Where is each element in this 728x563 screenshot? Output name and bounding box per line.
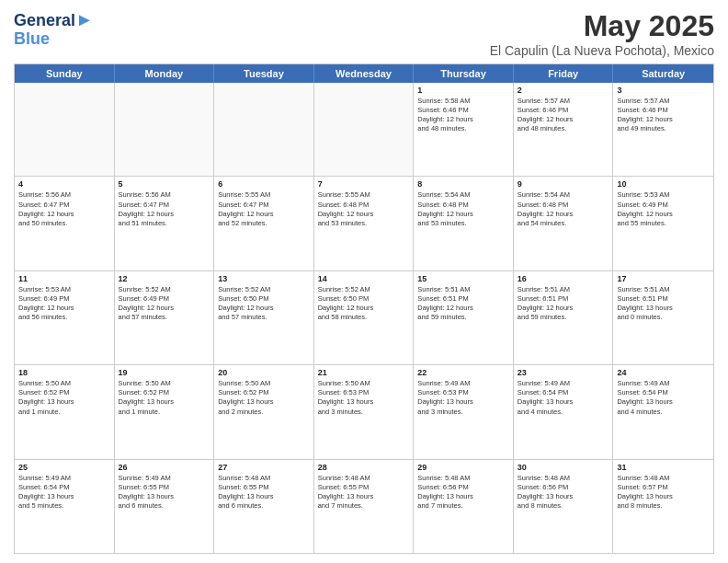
day-number: 4 (18, 179, 110, 189)
day-number: 21 (318, 368, 410, 377)
cal-cell-r3-c6: 24Sunrise: 5:49 AM Sunset: 6:54 PM Dayli… (613, 365, 713, 458)
cell-info: Sunrise: 5:57 AM Sunset: 6:46 PM Dayligh… (518, 97, 609, 134)
cell-info: Sunrise: 5:57 AM Sunset: 6:46 PM Dayligh… (617, 97, 710, 134)
logo-text2: Blue (14, 30, 94, 49)
header: General► Blue May 2025 El Capulin (La Nu… (14, 9, 714, 58)
cell-info: Sunrise: 5:48 AM Sunset: 6:56 PM Dayligh… (518, 474, 609, 511)
cal-cell-r4-c1: 26Sunrise: 5:49 AM Sunset: 6:55 PM Dayli… (115, 460, 215, 553)
cal-cell-r2-c4: 15Sunrise: 5:51 AM Sunset: 6:51 PM Dayli… (414, 271, 514, 364)
day-number: 7 (318, 179, 410, 189)
day-number: 5 (119, 179, 210, 189)
day-number: 10 (617, 179, 710, 189)
day-number: 19 (119, 368, 210, 377)
day-number: 1 (417, 86, 509, 95)
cell-info: Sunrise: 5:53 AM Sunset: 6:49 PM Dayligh… (617, 190, 710, 228)
cell-info: Sunrise: 5:55 AM Sunset: 6:47 PM Dayligh… (218, 190, 310, 228)
cal-cell-r1-c5: 9Sunrise: 5:54 AM Sunset: 6:48 PM Daylig… (514, 177, 614, 270)
day-number: 16 (518, 274, 609, 283)
cal-cell-r3-c2: 20Sunrise: 5:50 AM Sunset: 6:52 PM Dayli… (214, 365, 314, 458)
day-number: 26 (119, 463, 210, 472)
day-number: 8 (417, 179, 509, 189)
cell-info: Sunrise: 5:51 AM Sunset: 6:51 PM Dayligh… (417, 285, 509, 323)
cal-cell-r0-c3 (314, 83, 415, 176)
day-number: 9 (518, 179, 609, 189)
cell-info: Sunrise: 5:49 AM Sunset: 6:53 PM Dayligh… (417, 379, 509, 417)
day-number: 17 (617, 274, 710, 283)
cal-cell-r4-c6: 31Sunrise: 5:48 AM Sunset: 6:57 PM Dayli… (613, 460, 713, 553)
cal-cell-r3-c5: 23Sunrise: 5:49 AM Sunset: 6:54 PM Dayli… (514, 365, 614, 458)
cal-cell-r2-c3: 14Sunrise: 5:52 AM Sunset: 6:50 PM Dayli… (314, 271, 415, 364)
cal-cell-r1-c1: 5Sunrise: 5:56 AM Sunset: 6:47 PM Daylig… (115, 177, 215, 270)
subtitle: El Capulin (La Nueva Pochota), Mexico (490, 43, 714, 58)
header-tuesday: Tuesday (214, 64, 314, 83)
day-number: 3 (617, 86, 710, 95)
cell-info: Sunrise: 5:50 AM Sunset: 6:52 PM Dayligh… (18, 379, 110, 417)
calendar: Sunday Monday Tuesday Wednesday Thursday… (14, 63, 714, 554)
cal-cell-r0-c2 (214, 83, 314, 176)
cal-cell-r4-c4: 29Sunrise: 5:48 AM Sunset: 6:56 PM Dayli… (414, 460, 514, 553)
day-number: 20 (218, 368, 310, 377)
cal-cell-r3-c4: 22Sunrise: 5:49 AM Sunset: 6:53 PM Dayli… (414, 365, 514, 458)
cal-cell-r1-c3: 7Sunrise: 5:55 AM Sunset: 6:48 PM Daylig… (314, 177, 415, 270)
calendar-row-1: 4Sunrise: 5:56 AM Sunset: 6:47 PM Daylig… (15, 177, 713, 270)
day-number: 2 (518, 86, 609, 95)
cal-cell-r2-c1: 12Sunrise: 5:52 AM Sunset: 6:49 PM Dayli… (115, 271, 215, 364)
day-number: 30 (518, 463, 609, 472)
cal-cell-r3-c1: 19Sunrise: 5:50 AM Sunset: 6:52 PM Dayli… (115, 365, 215, 458)
cell-info: Sunrise: 5:58 AM Sunset: 6:46 PM Dayligh… (417, 97, 509, 134)
cal-cell-r2-c6: 17Sunrise: 5:51 AM Sunset: 6:51 PM Dayli… (613, 271, 713, 364)
cell-info: Sunrise: 5:52 AM Sunset: 6:50 PM Dayligh… (218, 285, 310, 323)
cal-cell-r3-c0: 18Sunrise: 5:50 AM Sunset: 6:52 PM Dayli… (15, 365, 115, 458)
cell-info: Sunrise: 5:48 AM Sunset: 6:55 PM Dayligh… (318, 474, 410, 511)
cell-info: Sunrise: 5:50 AM Sunset: 6:52 PM Dayligh… (119, 379, 210, 417)
header-friday: Friday (514, 64, 614, 83)
day-number: 29 (417, 463, 509, 472)
cell-info: Sunrise: 5:56 AM Sunset: 6:47 PM Dayligh… (119, 190, 210, 228)
cell-info: Sunrise: 5:51 AM Sunset: 6:51 PM Dayligh… (518, 285, 609, 323)
main-title: May 2025 (490, 9, 714, 43)
calendar-row-3: 18Sunrise: 5:50 AM Sunset: 6:52 PM Dayli… (15, 365, 713, 459)
title-section: May 2025 El Capulin (La Nueva Pochota), … (490, 9, 714, 58)
day-number: 22 (417, 368, 509, 377)
cell-info: Sunrise: 5:48 AM Sunset: 6:57 PM Dayligh… (617, 474, 710, 511)
cal-cell-r1-c4: 8Sunrise: 5:54 AM Sunset: 6:48 PM Daylig… (414, 177, 514, 270)
header-thursday: Thursday (414, 64, 514, 83)
cell-info: Sunrise: 5:50 AM Sunset: 6:52 PM Dayligh… (218, 379, 310, 417)
cell-info: Sunrise: 5:49 AM Sunset: 6:54 PM Dayligh… (617, 379, 710, 417)
cal-cell-r4-c5: 30Sunrise: 5:48 AM Sunset: 6:56 PM Dayli… (514, 460, 614, 553)
day-number: 15 (417, 274, 509, 283)
header-saturday: Saturday (613, 64, 713, 83)
header-wednesday: Wednesday (314, 64, 415, 83)
day-number: 25 (18, 463, 110, 472)
day-number: 24 (617, 368, 710, 377)
cal-cell-r2-c0: 11Sunrise: 5:53 AM Sunset: 6:49 PM Dayli… (15, 271, 115, 364)
calendar-row-2: 11Sunrise: 5:53 AM Sunset: 6:49 PM Dayli… (15, 271, 713, 365)
cell-info: Sunrise: 5:50 AM Sunset: 6:53 PM Dayligh… (318, 379, 410, 417)
cal-cell-r2-c5: 16Sunrise: 5:51 AM Sunset: 6:51 PM Dayli… (514, 271, 614, 364)
cal-cell-r1-c0: 4Sunrise: 5:56 AM Sunset: 6:47 PM Daylig… (15, 177, 115, 270)
header-monday: Monday (115, 64, 215, 83)
cell-info: Sunrise: 5:53 AM Sunset: 6:49 PM Dayligh… (18, 285, 110, 323)
cell-info: Sunrise: 5:49 AM Sunset: 6:54 PM Dayligh… (518, 379, 609, 417)
calendar-row-4: 25Sunrise: 5:49 AM Sunset: 6:54 PM Dayli… (15, 460, 713, 553)
cal-cell-r4-c3: 28Sunrise: 5:48 AM Sunset: 6:55 PM Dayli… (314, 460, 415, 553)
day-number: 23 (518, 368, 609, 377)
day-number: 28 (318, 463, 410, 472)
day-number: 12 (119, 274, 210, 283)
cal-cell-r1-c6: 10Sunrise: 5:53 AM Sunset: 6:49 PM Dayli… (613, 177, 713, 270)
cal-cell-r0-c5: 2Sunrise: 5:57 AM Sunset: 6:46 PM Daylig… (514, 83, 614, 176)
day-number: 31 (617, 463, 710, 472)
cal-cell-r2-c2: 13Sunrise: 5:52 AM Sunset: 6:50 PM Dayli… (214, 271, 314, 364)
logo-text: General► (14, 9, 94, 30)
cal-cell-r3-c3: 21Sunrise: 5:50 AM Sunset: 6:53 PM Dayli… (314, 365, 415, 458)
cal-cell-r0-c4: 1Sunrise: 5:58 AM Sunset: 6:46 PM Daylig… (414, 83, 514, 176)
day-number: 27 (218, 463, 310, 472)
cell-info: Sunrise: 5:56 AM Sunset: 6:47 PM Dayligh… (18, 190, 110, 228)
cal-cell-r0-c1 (115, 83, 215, 176)
calendar-header: Sunday Monday Tuesday Wednesday Thursday… (15, 64, 713, 83)
calendar-body: 1Sunrise: 5:58 AM Sunset: 6:46 PM Daylig… (15, 83, 713, 553)
day-number: 13 (218, 274, 310, 283)
cal-cell-r4-c2: 27Sunrise: 5:48 AM Sunset: 6:55 PM Dayli… (214, 460, 314, 553)
cell-info: Sunrise: 5:49 AM Sunset: 6:54 PM Dayligh… (18, 474, 110, 511)
page: General► Blue May 2025 El Capulin (La Nu… (0, 0, 728, 563)
